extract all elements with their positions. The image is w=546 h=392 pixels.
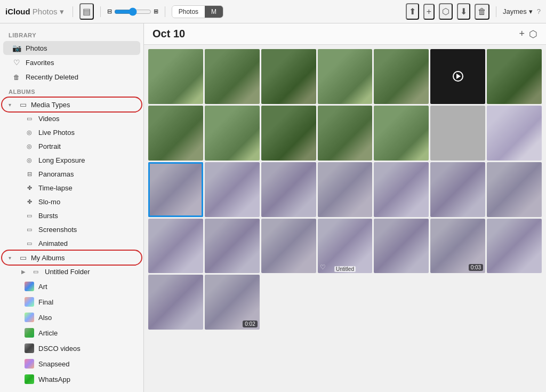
sidebar-item-slo-mo[interactable]: ✤ Slo-mo (16, 195, 140, 209)
photo-thumb[interactable] (430, 49, 485, 104)
screenshots-icon: ▭ (25, 226, 34, 233)
sidebar-item-animated[interactable]: ▭ Animated (16, 237, 140, 250)
photo-thumb[interactable] (487, 162, 542, 217)
dsco-album-icon (25, 343, 34, 353)
sidebar-item-photos[interactable]: 📷 Photos (3, 41, 140, 55)
photo-thumb[interactable] (148, 275, 203, 330)
user-name: Jaymes (503, 7, 527, 15)
sidebar-item-bursts-label: Bursts (38, 212, 58, 220)
sidebar-item-recently-deleted[interactable]: Recently Deleted (3, 70, 140, 84)
sidebar-item-snapseed[interactable]: Snapseed (16, 356, 140, 371)
view-segment-control: Photos M (172, 5, 223, 18)
sidebar-item-favorites[interactable]: Favorites (3, 55, 140, 69)
photo-thumb[interactable] (148, 49, 203, 104)
content-date: Oct 10 (152, 28, 185, 40)
add-button[interactable]: + (423, 4, 435, 20)
albums-section-header: Albums (0, 84, 143, 97)
help-button[interactable]: ? (537, 7, 541, 15)
photo-thumb[interactable] (318, 49, 373, 104)
photo-thumb[interactable] (487, 106, 542, 161)
my-albums-items: ▶ ▭ Untitled Folder Art Final Also Artic… (0, 265, 143, 387)
sidebar-item-live-photos-label: Live Photos (38, 129, 75, 137)
sidebar-item-animated-label: Animated (38, 239, 68, 247)
sidebar-item-live-photos[interactable]: ◎ Live Photos (16, 126, 140, 139)
sidebar-item-untitled-folder[interactable]: ▶ ▭ Untitled Folder (16, 265, 140, 278)
sidebar-item-bursts[interactable]: ▭ Bursts (16, 209, 140, 222)
time-lapse-icon: ✤ (25, 185, 34, 191)
photo-thumb[interactable] (374, 106, 429, 161)
photo-thumb[interactable] (205, 49, 260, 104)
user-menu[interactable]: Jaymes ▾ (503, 7, 533, 15)
media-types-label: Media Types (31, 101, 70, 109)
main-layout: Library 📷 Photos Favorites Recently Dele… (0, 23, 546, 392)
photo-thumb[interactable] (374, 219, 429, 274)
content-share-button[interactable]: ⬡ (529, 28, 537, 40)
photo-thumb[interactable] (148, 219, 203, 274)
photo-thumb[interactable] (205, 106, 260, 161)
photo-thumb[interactable]: 0:02 (205, 275, 260, 330)
photo-thumb[interactable] (205, 219, 260, 274)
long-exposure-icon: ◎ (25, 157, 34, 164)
zoom-slider[interactable] (114, 7, 151, 16)
sidebar-item-whatsapp[interactable]: WhatsApp (16, 372, 140, 387)
sidebar-item-portrait[interactable]: ◎ Portrait (16, 140, 140, 153)
sidebar-item-whatsapp-label: WhatsApp (38, 375, 70, 383)
sidebar-item-snapseed-label: Snapseed (38, 360, 70, 368)
photo-thumb[interactable] (487, 49, 542, 104)
share-button[interactable]: ⬡ (439, 3, 453, 20)
segment-moments-button[interactable]: M (205, 6, 223, 18)
my-albums-group-header[interactable]: ▾ ▭ My Albums (3, 251, 140, 265)
sidebar-item-dsco[interactable]: DSCO videos (16, 341, 140, 356)
sidebar-item-videos[interactable]: ▭ Videos (16, 112, 140, 125)
my-albums-icon: ▭ (18, 253, 28, 262)
photo-thumb[interactable] (318, 162, 373, 217)
photo-thumb[interactable] (148, 106, 203, 161)
sidebar-item-slo-mo-label: Slo-mo (38, 198, 60, 206)
download-button[interactable]: ⬇ (457, 3, 470, 20)
sidebar-item-long-exposure[interactable]: ◎ Long Exposure (16, 154, 140, 167)
heart-overlay: ♡ (320, 263, 326, 271)
photo-grid: ♡ Untitled 0:03 0:02 (144, 45, 546, 392)
zoom-in-icon: ⊞ (154, 8, 158, 15)
photo-thumb[interactable] (318, 106, 373, 161)
photo-thumb[interactable] (261, 106, 316, 161)
photo-thumb[interactable] (430, 162, 485, 217)
sidebar-item-art[interactable]: Art (16, 279, 140, 294)
photo-thumb[interactable] (261, 49, 316, 104)
animated-icon: ▭ (25, 240, 34, 247)
segment-photos-button[interactable]: Photos (172, 6, 205, 18)
photo-thumb[interactable] (430, 106, 485, 161)
panoramas-icon: ⊟ (25, 171, 34, 178)
duration-badge-2: 0:02 (243, 321, 257, 327)
sidebar-item-recently-deleted-label: Recently Deleted (26, 73, 78, 81)
sidebar-item-long-exposure-label: Long Exposure (38, 156, 85, 164)
media-types-icon: ▭ (18, 100, 28, 109)
photo-thumb[interactable] (487, 219, 542, 274)
my-albums-chevron: ▾ (9, 255, 15, 261)
photo-thumb[interactable]: ♡ Untitled (318, 219, 373, 274)
photo-thumb[interactable] (374, 162, 429, 217)
snapseed-album-icon (25, 359, 34, 369)
sidebar-item-panoramas[interactable]: ⊟ Panoramas (16, 167, 140, 181)
upload-button[interactable]: ⬆ (406, 3, 419, 20)
delete-button[interactable]: 🗑 (475, 4, 489, 20)
whatsapp-album-icon (25, 374, 34, 384)
untitled-folder-chevron: ▶ (21, 269, 26, 275)
sidebar-item-screenshots[interactable]: ▭ Screenshots (16, 223, 140, 236)
photo-thumb-selected[interactable] (148, 162, 203, 217)
photo-thumb[interactable] (205, 162, 260, 217)
sidebar-toggle-button[interactable]: ▤ (79, 3, 94, 20)
photo-thumb[interactable] (374, 49, 429, 104)
sidebar-item-also[interactable]: Also (16, 310, 140, 325)
photo-thumb[interactable]: 0:03 (430, 219, 485, 274)
photo-thumb[interactable] (261, 162, 316, 217)
sidebar-item-final[interactable]: Final (16, 294, 140, 309)
content-add-button[interactable]: + (519, 28, 525, 40)
content-header: Oct 10 + ⬡ (144, 23, 546, 45)
sidebar-item-article[interactable]: Article (16, 325, 140, 340)
toolbar-divider-4 (496, 6, 496, 17)
sidebar-item-time-lapse[interactable]: ✤ Time-lapse (16, 181, 140, 195)
photo-thumb[interactable] (261, 219, 316, 274)
media-types-group-header[interactable]: ▾ ▭ Media Types (3, 98, 140, 111)
sidebar-item-screenshots-label: Screenshots (38, 226, 77, 234)
